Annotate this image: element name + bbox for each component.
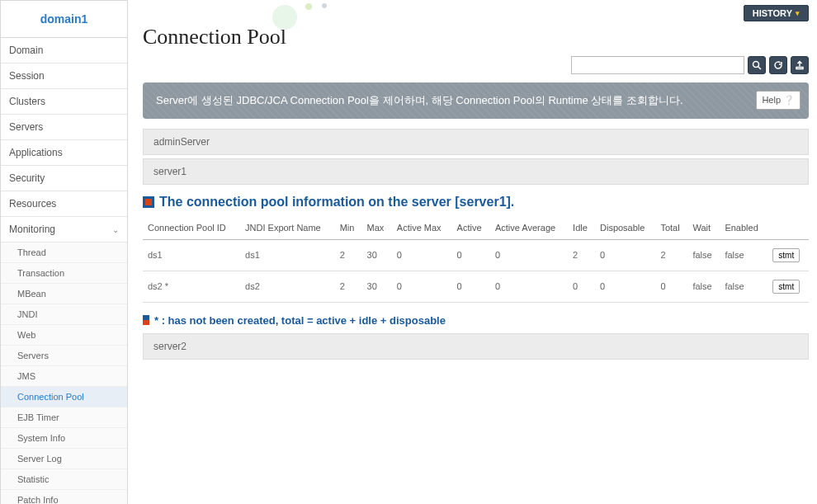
cell-enabled: false xyxy=(720,239,767,271)
sub-item-statistic[interactable]: Statistic xyxy=(1,469,127,490)
cell-idle: 0 xyxy=(568,271,595,302)
table-row: ds1ds1230000202falsefalsestmt xyxy=(143,239,809,271)
cell-max: 30 xyxy=(362,271,392,302)
stmt-button[interactable]: stmt xyxy=(772,248,800,262)
help-icon: ❔ xyxy=(783,93,795,107)
sidebar-item-session[interactable]: Session xyxy=(1,64,127,89)
th-min: Min xyxy=(335,216,362,240)
sub-item-jms[interactable]: JMS xyxy=(1,366,127,387)
cell-disposable: 0 xyxy=(595,239,655,271)
chevron-down-icon: ▾ xyxy=(796,9,800,17)
cell-max: 30 xyxy=(362,239,392,271)
th-active-avg: Active Average xyxy=(490,216,568,240)
legend-text: * : has not been created, total = active… xyxy=(154,314,446,327)
sidebar-item-domain[interactable]: Domain xyxy=(1,38,127,64)
sidebar-item-resources[interactable]: Resources xyxy=(1,191,127,217)
legend: * : has not been created, total = active… xyxy=(143,314,809,327)
chevron-down-icon: ⌄ xyxy=(112,225,119,234)
sidebar-nav: Domain Session Clusters Servers Applicat… xyxy=(1,38,127,504)
sidebar: domain1 Domain Session Clusters Servers … xyxy=(0,0,128,504)
sub-item-jndi[interactable]: JNDI xyxy=(1,304,127,325)
sub-item-servers[interactable]: Servers xyxy=(1,346,127,366)
info-banner: Server에 생성된 JDBC/JCA Connection Pool을 제어… xyxy=(143,82,809,119)
history-button[interactable]: HISTORY ▾ xyxy=(744,5,809,21)
help-label: Help xyxy=(762,93,781,107)
svg-rect-2 xyxy=(796,68,803,69)
th-active: Active xyxy=(452,216,490,240)
help-button[interactable]: Help ❔ xyxy=(756,91,800,110)
cell-total: 2 xyxy=(655,239,687,271)
sidebar-item-label: Monitoring xyxy=(9,224,55,235)
sub-item-web[interactable]: Web xyxy=(1,325,127,346)
th-wait: Wait xyxy=(687,216,720,240)
th-total: Total xyxy=(655,216,687,240)
banner-text: Server에 생성된 JDBC/JCA Connection Pool을 제어… xyxy=(156,94,683,106)
table-row: ds2 *ds2230000000falsefalsestmt xyxy=(143,271,809,302)
legend-marker-icon xyxy=(143,315,149,325)
stmt-button[interactable]: stmt xyxy=(772,280,800,294)
sidebar-item-security[interactable]: Security xyxy=(1,166,127,191)
th-jndi: JNDI Export Name xyxy=(240,216,335,240)
sidebar-item-monitoring[interactable]: Monitoring ⌄ xyxy=(1,217,127,243)
sub-item-connection-pool[interactable]: Connection Pool xyxy=(1,387,127,407)
svg-point-0 xyxy=(753,62,759,68)
cell-active_avg: 0 xyxy=(490,239,568,271)
cell-active_max: 0 xyxy=(392,271,452,302)
cell-min: 2 xyxy=(335,271,362,302)
cell-id: ds1 xyxy=(143,239,240,271)
sidebar-item-applications[interactable]: Applications xyxy=(1,140,127,166)
sidebar-item-servers[interactable]: Servers xyxy=(1,115,127,140)
sub-item-system-info[interactable]: System Info xyxy=(1,428,127,449)
sub-item-patch-info[interactable]: Patch Info xyxy=(1,490,127,504)
section-title-text: The connection pool information on the s… xyxy=(159,195,514,210)
monitoring-submenu: Thread Transaction MBean JNDI Web Server… xyxy=(1,243,127,504)
cell-min: 2 xyxy=(335,239,362,271)
server-row-server1[interactable]: server1 xyxy=(143,158,809,185)
cell-wait: false xyxy=(687,239,720,271)
cell-total: 0 xyxy=(655,271,687,302)
th-disposable: Disposable xyxy=(595,216,655,240)
cell-wait: false xyxy=(687,271,720,302)
th-id: Connection Pool ID xyxy=(143,216,240,240)
refresh-icon[interactable] xyxy=(769,56,787,74)
section-title: The connection pool information on the s… xyxy=(143,195,809,210)
connection-pool-table: Connection Pool ID JNDI Export Name Min … xyxy=(143,216,809,303)
cell-active_avg: 0 xyxy=(490,271,568,302)
sub-item-server-log[interactable]: Server Log xyxy=(1,449,127,469)
th-active-max: Active Max xyxy=(392,216,452,240)
server-row-server2[interactable]: server2 xyxy=(143,333,809,360)
sidebar-item-clusters[interactable]: Clusters xyxy=(1,89,127,115)
export-icon[interactable] xyxy=(791,56,809,74)
cell-active: 0 xyxy=(452,239,490,271)
cell-idle: 2 xyxy=(568,239,595,271)
sub-item-thread[interactable]: Thread xyxy=(1,243,127,263)
cell-jndi: ds1 xyxy=(240,239,335,271)
main-content: HISTORY ▾ Connection Pool Server에 생성된 JD… xyxy=(128,0,817,504)
cell-active_max: 0 xyxy=(392,239,452,271)
domain-header[interactable]: domain1 xyxy=(1,0,127,38)
cell-disposable: 0 xyxy=(595,271,655,302)
page-title: Connection Pool xyxy=(143,25,809,49)
th-max: Max xyxy=(362,216,392,240)
sub-item-mbean[interactable]: MBean xyxy=(1,284,127,304)
history-label: HISTORY xyxy=(753,8,792,18)
section-marker-icon xyxy=(143,196,154,208)
cell-jndi: ds2 xyxy=(240,271,335,302)
search-icon[interactable] xyxy=(748,56,766,74)
svg-line-1 xyxy=(758,67,762,70)
sub-item-ejb-timer[interactable]: EJB Timer xyxy=(1,407,127,428)
cell-active: 0 xyxy=(452,271,490,302)
cell-id: ds2 * xyxy=(143,271,240,302)
search-input[interactable] xyxy=(571,56,744,74)
server-row-admin[interactable]: adminServer xyxy=(143,129,809,155)
th-enabled: Enabled xyxy=(720,216,767,240)
cell-enabled: false xyxy=(720,271,767,302)
th-idle: Idle xyxy=(568,216,595,240)
sub-item-transaction[interactable]: Transaction xyxy=(1,263,127,284)
